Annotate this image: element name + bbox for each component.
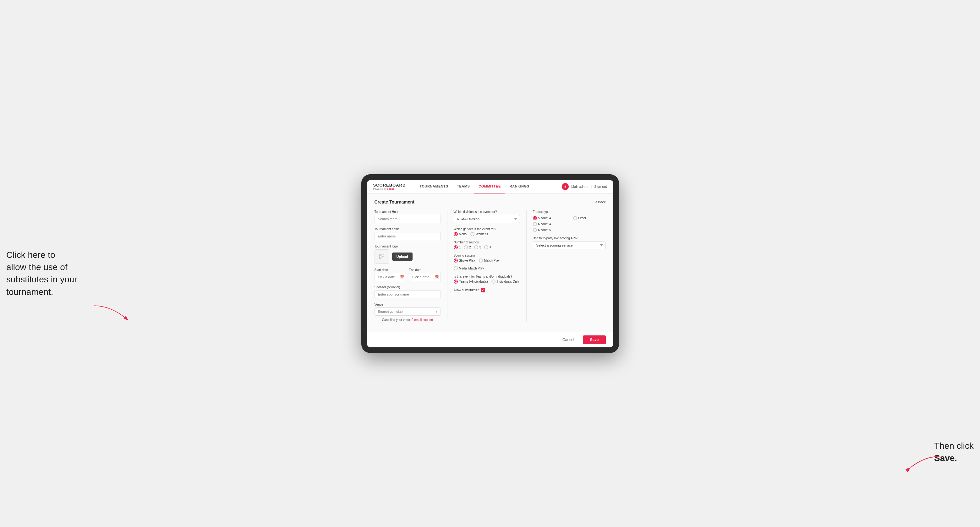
rounds-label: Number of rounds	[454, 241, 520, 244]
teams-plus-radio[interactable]	[454, 279, 458, 284]
start-date-field: Start date 📅	[374, 268, 407, 281]
format-6count5-radio[interactable]	[533, 228, 537, 232]
format-type-field: Format type 5 count 4 Other	[533, 210, 606, 232]
logo-scoreboard: SCOREBOARD	[373, 183, 406, 187]
teams-label: Is this event for Teams and/or Individua…	[454, 275, 520, 278]
logo-placeholder	[374, 249, 389, 264]
gender-mens[interactable]: Mens	[454, 232, 466, 236]
scoring-api-field: Use third-party live scoring API? Select…	[533, 237, 606, 249]
scoring-match-play[interactable]: Match Play	[479, 259, 500, 263]
nav-items: TOURNAMENTS TEAMS COMMITTEE RANKINGS	[415, 180, 562, 194]
scoring-label: Scoring system	[454, 254, 520, 257]
tournament-name-input[interactable]	[374, 232, 441, 240]
substitutes-checkbox[interactable]: ✓	[481, 288, 485, 292]
form-col-1: Tournament Host Tournament name Tourname…	[374, 210, 447, 322]
tournament-host-input[interactable]	[374, 215, 441, 223]
rounds-3-radio[interactable]	[474, 245, 478, 249]
teams-plus-individuals[interactable]: Teams (+Individuals)	[454, 279, 488, 284]
sponsor-label: Sponsor (optional)	[374, 286, 441, 289]
scoring-radio-group: Stroke Play Match Play Medal Match Play	[454, 259, 520, 270]
gender-womens-radio[interactable]	[470, 232, 474, 236]
tablet-screen: SCOREBOARD Powered by clippd TOURNAMENTS…	[367, 180, 613, 348]
substitutes-field: Allow substitutes? ✓	[454, 288, 520, 292]
page-title: Create Tournament	[374, 199, 414, 205]
gender-radio-group: Mens Womens	[454, 232, 520, 236]
substitutes-checkbox-label[interactable]: Allow substitutes? ✓	[454, 288, 520, 292]
gender-mens-radio[interactable]	[454, 232, 458, 236]
nav-bar: SCOREBOARD Powered by clippd TOURNAMENTS…	[367, 180, 613, 194]
rounds-4[interactable]: 4	[484, 245, 492, 249]
nav-committee[interactable]: COMMITTEE	[474, 180, 505, 194]
annotation-right: Then click Save.	[934, 440, 974, 464]
upload-button[interactable]: Upload	[392, 252, 412, 261]
sponsor-field: Sponsor (optional)	[374, 286, 441, 298]
arrow-left-indicator	[92, 300, 129, 325]
substitutes-label: Allow substitutes?	[454, 288, 479, 292]
logo-powered: Powered by clippd	[373, 187, 406, 190]
format-6count4[interactable]: 6 count 4	[533, 222, 566, 226]
save-button[interactable]: Save	[583, 335, 606, 344]
end-date-wrap: 📅	[409, 273, 441, 281]
nav-user: B blair admin | Sign out	[562, 183, 607, 190]
scoring-match-radio[interactable]	[479, 259, 483, 263]
end-date-icon: 📅	[434, 275, 439, 279]
date-row: Start date 📅 End date 📅	[374, 268, 441, 281]
back-link[interactable]: < Back	[595, 200, 606, 204]
format-other[interactable]: Other	[573, 216, 606, 220]
teams-radio-group: Teams (+Individuals) Individuals Only	[454, 279, 520, 284]
scoring-medal-radio[interactable]	[454, 266, 458, 270]
start-date-wrap: 📅	[374, 273, 407, 281]
format-5count4-radio[interactable]	[533, 216, 537, 220]
tablet-frame: SCOREBOARD Powered by clippd TOURNAMENTS…	[361, 174, 619, 353]
gender-field: Which gender is the event for? Mens Wome…	[454, 227, 520, 236]
email-support-link[interactable]: email support	[414, 318, 433, 322]
scoring-api-label: Use third-party live scoring API?	[533, 237, 606, 240]
sign-out-link[interactable]: Sign out	[594, 185, 607, 189]
end-date-label: End date	[409, 268, 441, 271]
division-field: Which division is the event for? NCAA Di…	[454, 210, 520, 223]
format-6count5[interactable]: 6 count 5	[533, 228, 566, 232]
rounds-4-radio[interactable]	[484, 245, 488, 249]
user-avatar: B	[562, 183, 569, 190]
format-5count4[interactable]: 5 count 4	[533, 216, 566, 220]
rounds-3[interactable]: 3	[474, 245, 481, 249]
page-header: Create Tournament < Back	[374, 199, 606, 205]
rounds-2[interactable]: 2	[464, 245, 471, 249]
cancel-button[interactable]: Cancel	[557, 335, 580, 344]
nav-tournaments[interactable]: TOURNAMENTS	[415, 180, 452, 194]
format-6count4-radio[interactable]	[533, 222, 537, 226]
rounds-2-radio[interactable]	[464, 245, 468, 249]
rounds-1[interactable]: 1	[454, 245, 461, 249]
rounds-field: Number of rounds 1 2	[454, 241, 520, 249]
svg-point-3	[380, 255, 381, 256]
nav-teams[interactable]: TEAMS	[452, 180, 474, 194]
scoring-medal-match[interactable]: Medal Match Play	[454, 266, 484, 270]
form-grid: Tournament Host Tournament name Tourname…	[374, 210, 606, 322]
format-other-radio[interactable]	[573, 216, 577, 220]
scoring-field: Scoring system Stroke Play Match Play	[454, 254, 520, 270]
scoring-api-select[interactable]: Select a scoring service	[533, 241, 606, 249]
app-logo: SCOREBOARD Powered by clippd	[373, 183, 406, 190]
scoring-stroke-radio[interactable]	[454, 259, 458, 263]
venue-input[interactable]	[374, 308, 441, 316]
gender-label: Which gender is the event for?	[454, 227, 520, 231]
division-select[interactable]: NCAA Division I	[454, 215, 520, 223]
tournament-logo-label: Tournament logo	[374, 244, 441, 248]
scoring-stroke-play[interactable]: Stroke Play	[454, 259, 475, 263]
nav-separator: |	[591, 185, 592, 189]
individuals-only-radio[interactable]	[492, 279, 495, 284]
sponsor-input[interactable]	[374, 290, 441, 298]
venue-label: Venue	[374, 303, 441, 306]
tournament-name-label: Tournament name	[374, 227, 441, 231]
tournament-logo-field: Tournament logo Upload	[374, 244, 441, 264]
tournament-host-field: Tournament Host	[374, 210, 441, 223]
user-name: blair admin	[571, 185, 588, 189]
nav-rankings[interactable]: RANKINGS	[505, 180, 534, 194]
tournament-host-label: Tournament Host	[374, 210, 441, 214]
division-label: Which division is the event for?	[454, 210, 520, 214]
form-col-2: Which division is the event for? NCAA Di…	[454, 210, 527, 322]
individuals-only[interactable]: Individuals Only	[492, 279, 519, 284]
rounds-1-radio[interactable]	[454, 245, 458, 249]
gender-womens[interactable]: Womens	[470, 232, 488, 236]
start-date-label: Start date	[374, 268, 407, 271]
